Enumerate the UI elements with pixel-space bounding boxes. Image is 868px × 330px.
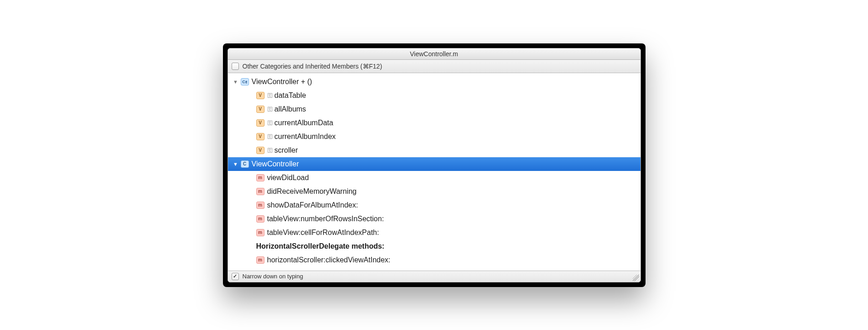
structure-tree[interactable]: ▼CᴇViewController + ()V⚿dataTableV⚿allAl… [228,73,640,271]
type-m-icon: m [256,174,265,181]
tree-item-row[interactable]: mviewDidLoad [228,171,640,185]
tree-item-row[interactable]: mtableView:numberOfRowsInSection: [228,212,640,226]
titlebar: ViewController.m [228,48,640,60]
tree-item-label: HorizontalScrollerDelegate methods: [256,242,385,250]
key-icon: ⚿ [267,147,273,154]
type-v-icon: V [256,147,265,154]
disclosure-triangle-icon[interactable]: ▼ [233,79,239,85]
key-icon: ⚿ [267,133,273,140]
tree-item-row[interactable]: mhorizontalScroller:clickedViewAtIndex: [228,253,640,267]
type-v-icon: V [256,106,265,113]
tree-item-label: showDataForAlbumAtIndex: [267,201,358,209]
footer-bar: Narrow down on typing [228,271,640,282]
tree-item-row[interactable]: HorizontalScrollerDelegate methods: [228,240,640,253]
tree-item-row[interactable]: mtableView:cellForRowAtIndexPath: [228,226,640,240]
tree-item-row[interactable]: V⚿scroller [228,144,640,157]
tree-item-label: didReceiveMemoryWarning [267,187,357,196]
tree-item-label: allAlbums [275,105,306,113]
tree-item-row[interactable]: mshowDataForAlbumAtIndex: [228,198,640,212]
type-v-icon: V [256,133,265,140]
tree-item-row[interactable]: V⚿currentAlbumData [228,116,640,130]
tree-item-row[interactable]: V⚿dataTable [228,89,640,102]
type-ce-icon: Cᴇ [241,78,249,85]
tree-item-label: tableView:cellForRowAtIndexPath: [267,229,379,237]
tree-item-label: horizontalScroller:clickedViewAtIndex: [267,256,391,264]
popup-window: ViewController.m Other Categories and In… [228,48,641,282]
type-v-icon: V [256,92,265,99]
tree-group-row[interactable]: ▼CViewController [228,157,640,171]
tree-item-row[interactable]: V⚿currentAlbumIndex [228,130,640,144]
type-m-icon: m [256,229,265,236]
tree-item-row[interactable]: V⚿allAlbums [228,102,640,116]
type-m-icon: m [256,215,265,223]
tree-item-label: currentAlbumIndex [275,133,336,141]
tree-item-label: scroller [275,146,298,154]
key-icon: ⚿ [267,92,273,99]
type-m-icon: m [256,202,265,209]
type-m-icon: m [256,256,265,264]
type-v-icon: V [256,119,265,127]
key-icon: ⚿ [267,120,273,126]
tree-group-label: ViewController [252,160,299,168]
window-title: ViewController.m [410,50,458,58]
narrow-on-typing-label[interactable]: Narrow down on typing [243,273,303,280]
tree-item-row[interactable]: mdidReceiveMemoryWarning [228,185,640,198]
type-c-icon: C [241,160,249,168]
disclosure-triangle-icon[interactable]: ▼ [233,161,239,167]
tree-item-label: viewDidLoad [267,174,309,182]
other-categories-label[interactable]: Other Categories and Inherited Members (… [243,63,382,70]
narrow-on-typing-checkbox[interactable] [232,273,239,280]
tree-item-label: currentAlbumData [275,119,333,127]
other-categories-checkbox[interactable] [232,63,239,70]
toolbar: Other Categories and Inherited Members (… [228,60,640,73]
tree-item-label: tableView:numberOfRowsInSection: [267,215,384,223]
tree-item-label: dataTable [275,91,306,100]
tree-group-row[interactable]: ▼CᴇViewController + () [228,75,640,89]
tree-group-label: ViewController + () [252,78,312,86]
resize-grip-icon[interactable] [633,275,639,281]
window-frame: ViewController.m Other Categories and In… [223,43,646,287]
type-m-icon: m [256,188,265,195]
key-icon: ⚿ [267,106,273,112]
